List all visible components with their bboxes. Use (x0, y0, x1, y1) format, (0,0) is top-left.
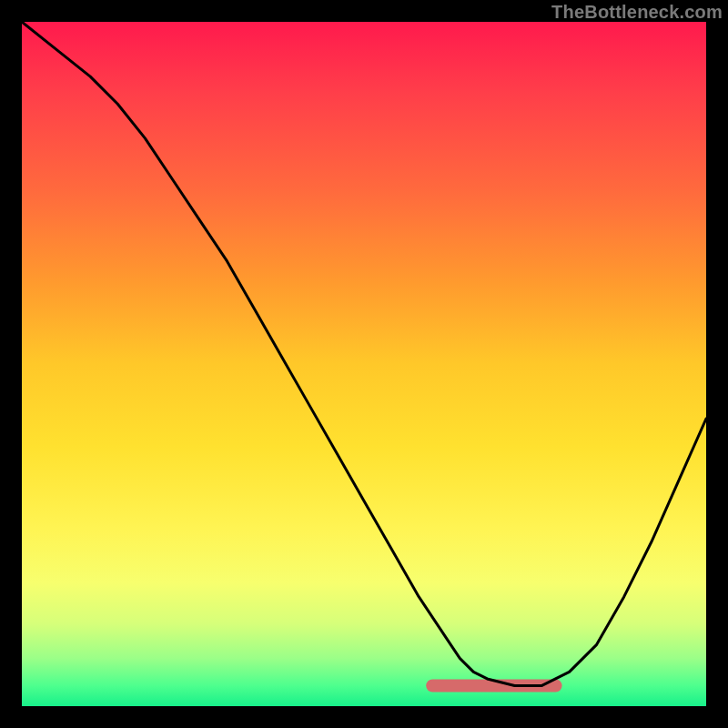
bottleneck-curve (22, 22, 706, 685)
chart-stage: TheBottleneck.com (0, 0, 728, 728)
curve-layer (22, 22, 706, 706)
attribution-label: TheBottleneck.com (551, 2, 723, 23)
plot-area (22, 22, 706, 706)
